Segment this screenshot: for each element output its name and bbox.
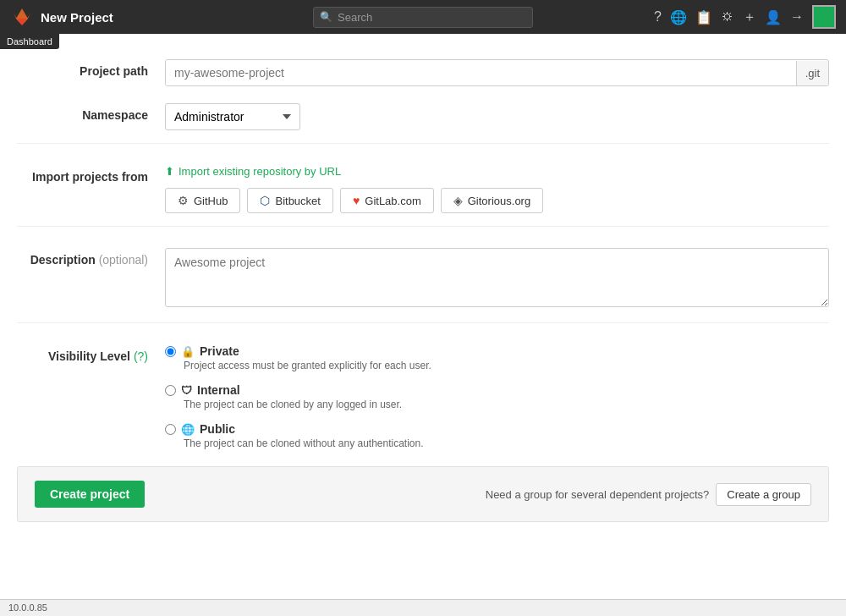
description-row: Description (optional) — [17, 239, 829, 318]
private-text: Private — [200, 344, 239, 358]
bitbucket-label: Bitbucket — [275, 195, 320, 207]
merge-icon[interactable]: ⛭ — [721, 9, 734, 25]
github-import-button[interactable]: GitHub — [165, 188, 240, 213]
create-project-button[interactable]: Create project — [35, 481, 145, 508]
navbar-icons: ? 🌐 📋 ⛭ ＋ 👤 → — [654, 5, 836, 29]
visibility-help-link[interactable]: (?) — [134, 349, 148, 363]
search-icon: 🔍 — [320, 11, 332, 23]
namespace-label: Namespace — [17, 103, 165, 122]
group-hint-text: Need a group for several dependent proje… — [486, 488, 710, 501]
import-url-link-text: Import existing repository by URL — [179, 165, 341, 178]
description-optional: (optional) — [99, 253, 148, 267]
create-group-button[interactable]: Create a group — [716, 483, 811, 506]
snippets-icon[interactable]: 📋 — [695, 9, 712, 25]
private-radio[interactable] — [165, 346, 176, 357]
upload-icon — [165, 165, 174, 178]
description-label: Description (optional) — [17, 248, 165, 267]
internal-radio[interactable] — [165, 385, 176, 396]
gitlab-icon — [353, 194, 360, 207]
description-textarea[interactable] — [165, 248, 829, 307]
gitorious-icon — [453, 194, 463, 207]
import-label: Import projects from — [17, 165, 165, 184]
visibility-field: Private Project access must be granted e… — [165, 344, 829, 449]
visibility-label: Visibility Level (?) — [17, 344, 165, 363]
import-url-link[interactable]: Import existing repository by URL — [165, 165, 829, 178]
import-buttons: GitHub Bitbucket GitLab.com Gitorious.or… — [165, 188, 829, 213]
public-label[interactable]: Public — [165, 422, 829, 436]
bitbucket-icon — [260, 194, 270, 207]
private-label[interactable]: Private — [165, 344, 829, 358]
namespace-field: Administrator — [165, 103, 829, 130]
public-text: Public — [200, 422, 235, 436]
path-input-wrap: .git — [165, 59, 829, 86]
visibility-option-internal: Internal The project can be cloned by an… — [165, 383, 829, 410]
help-icon[interactable]: ? — [654, 9, 662, 25]
gitlab-import-button[interactable]: GitLab.com — [340, 188, 434, 213]
globe-icon — [181, 422, 195, 436]
project-path-input[interactable] — [166, 60, 796, 85]
visibility-option-public: Public The project can be cloned without… — [165, 422, 829, 449]
main-content: Project path .git Namespace Administrato… — [0, 34, 846, 599]
globe-nav-icon[interactable]: 🌐 — [670, 9, 687, 25]
avatar[interactable] — [812, 5, 836, 29]
namespace-row: Namespace Administrator — [17, 95, 829, 139]
visibility-row: Visibility Level (?) Private Project acc… — [17, 336, 829, 458]
gitlab-logo[interactable] — [10, 5, 34, 29]
internal-text: Internal — [197, 383, 240, 397]
dashboard-badge[interactable]: Dashboard — [0, 34, 59, 49]
plus-icon[interactable]: ＋ — [743, 8, 756, 26]
namespace-select[interactable]: Administrator — [165, 103, 300, 130]
bitbucket-import-button[interactable]: Bitbucket — [247, 188, 332, 213]
search-input[interactable] — [313, 7, 533, 28]
project-path-row: Project path .git — [17, 51, 829, 95]
navbar: New Project 🔍 ? 🌐 📋 ⛭ ＋ 👤 → — [0, 0, 846, 34]
private-description: Project access must be granted explicitl… — [184, 360, 829, 371]
gitorious-label: Gitorious.org — [468, 195, 530, 207]
public-radio[interactable] — [165, 424, 176, 435]
project-path-field: .git — [165, 59, 829, 86]
lock-icon — [181, 344, 195, 358]
action-row: Create project Need a group for several … — [17, 466, 829, 522]
description-field — [165, 248, 829, 310]
internal-description: The project can be cloned by any logged … — [184, 399, 829, 410]
user-icon[interactable]: 👤 — [765, 9, 782, 25]
project-path-label: Project path — [17, 59, 165, 78]
visibility-option-private: Private Project access must be granted e… — [165, 344, 829, 371]
import-row: Import projects from Import existing rep… — [17, 157, 829, 222]
search-bar: 🔍 — [313, 7, 533, 28]
svg-marker-0 — [16, 8, 28, 19]
public-description: The project can be cloned without any au… — [184, 437, 829, 449]
github-label: GitHub — [194, 195, 228, 207]
signout-icon[interactable]: → — [790, 9, 804, 25]
import-field: Import existing repository by URL GitHub… — [165, 165, 829, 213]
path-suffix: .git — [796, 61, 828, 85]
shield-icon — [181, 383, 192, 397]
group-hint: Need a group for several dependent proje… — [486, 483, 811, 506]
github-icon — [178, 194, 189, 207]
internal-label[interactable]: Internal — [165, 383, 829, 397]
gitorious-import-button[interactable]: Gitorious.org — [441, 188, 543, 213]
gitlab-label: GitLab.com — [365, 195, 420, 207]
